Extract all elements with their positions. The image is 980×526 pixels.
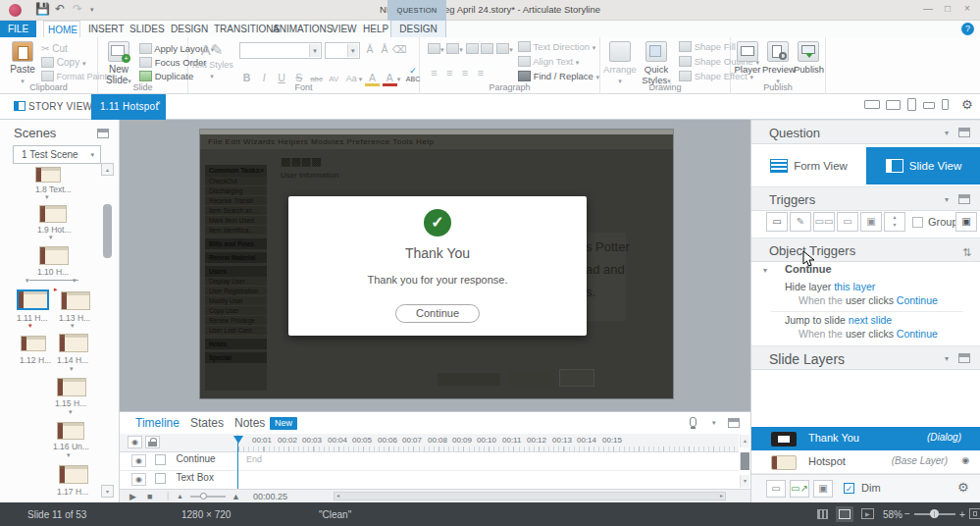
story-view-mode-icon[interactable] (817, 509, 828, 519)
scroll-left-icon[interactable]: ◂ (336, 492, 339, 499)
trigger-target-link[interactable]: next slide (849, 314, 892, 326)
timeline-track-continue[interactable]: End (238, 452, 739, 471)
timeline-track-textbox[interactable] (238, 471, 739, 490)
maximize-button[interactable]: □ (939, 3, 956, 14)
audio-mic-icon[interactable] (690, 417, 696, 427)
zoom-out-triangle-icon[interactable]: ▲ (177, 493, 183, 500)
new-layer-button[interactable]: ▭ (766, 480, 786, 498)
tab-question-design[interactable]: DESIGN (390, 21, 446, 37)
tab-home[interactable]: HOME (43, 21, 80, 37)
delete-layer-button[interactable]: ▣ (813, 480, 833, 498)
edit-trigger-button[interactable]: ✎ (790, 212, 811, 232)
slide-view-mode-active[interactable] (836, 506, 853, 522)
copy-trigger-button[interactable]: ▭▭ (813, 212, 835, 232)
delete-trigger-button[interactable]: ▣ (860, 212, 882, 232)
tab-states[interactable]: States (190, 412, 224, 434)
line-spacing-icon[interactable] (496, 43, 509, 54)
timeline-scroll-down[interactable]: ▾ (740, 475, 749, 488)
bullet-list-icon[interactable] (428, 43, 440, 54)
stop-icon[interactable]: ■ (147, 492, 152, 501)
layer-row-thank-you[interactable]: Thank You (Dialog) (751, 427, 980, 450)
slide-thumb-1-14[interactable] (59, 334, 88, 352)
trigger-hide-layer[interactable]: Hide layer this layer (785, 281, 875, 292)
collapse-caret-icon[interactable]: ▾ (945, 354, 949, 363)
reorder-trigger-button[interactable]: ▴▾ (884, 212, 905, 232)
triggers-panel-icon[interactable] (958, 194, 970, 204)
cut-button[interactable]: ✂ Cut (41, 43, 68, 54)
tab-view[interactable]: VIEW (328, 21, 361, 37)
grow-font-icon[interactable]: Ǎ (363, 43, 378, 55)
scroll-up-button[interactable]: ▴ (101, 163, 114, 176)
text-direction-button[interactable]: Text Direction ▾ (518, 41, 595, 52)
timeline-row-continue[interactable]: ◉ Continue (120, 452, 238, 471)
duplicate-layer-button[interactable]: ▭↗ (790, 480, 809, 498)
duplicate-button[interactable]: Duplicate (139, 71, 193, 81)
group-checkbox[interactable] (912, 217, 923, 228)
scenes-panel-icon[interactable] (97, 129, 109, 138)
dim-checkbox[interactable]: ✓ (844, 483, 854, 494)
align-text-button[interactable]: Align Text ▾ (518, 56, 579, 67)
slide-thumb-1-13[interactable] (61, 291, 90, 310)
font-name-combo[interactable]: ▾ (239, 42, 322, 59)
visibility-toggle-icon[interactable]: ◉ (131, 473, 146, 486)
tab-slides[interactable]: SLIDES (126, 21, 169, 37)
slide-thumb-1-17[interactable] (59, 465, 88, 484)
play-icon[interactable]: ▶ (129, 492, 136, 501)
player-button[interactable]: Player (733, 41, 762, 75)
close-tab-icon[interactable]: × (156, 90, 161, 116)
shrink-font-icon[interactable]: Å (378, 43, 392, 55)
preview-button[interactable]: Preview▾ (762, 41, 794, 85)
row-checkbox[interactable] (155, 473, 166, 484)
slide-thumb-label[interactable]: 1.16 Un... (53, 442, 89, 451)
timeline-hscrollbar[interactable]: ◂ ▸ (334, 492, 726, 500)
tab-file[interactable]: FILE (0, 21, 36, 37)
question-panel-icon[interactable] (958, 128, 970, 137)
playhead-handle[interactable] (233, 436, 243, 444)
trigger-wizard-button[interactable]: ▣ (955, 212, 977, 232)
slide-thumb-1-11-selected[interactable] (17, 289, 49, 310)
form-view-button[interactable]: Form View (751, 147, 866, 184)
trigger-hide-layer-when[interactable]: When the user clicks Continue (799, 294, 938, 306)
help-icon[interactable]: ? (961, 23, 974, 35)
timeline-ruler[interactable]: 00:01 00:02 00:03 00:04 00:05 00:06 00:0… (238, 434, 739, 452)
trigger-source-link[interactable]: Continue (897, 328, 938, 340)
paste-trigger-button[interactable]: ▭ (837, 212, 858, 232)
paste-button[interactable]: Paste▾ (4, 41, 41, 85)
slide-thumb-1-15[interactable] (57, 378, 86, 396)
laptop-preview-icon[interactable] (864, 100, 880, 109)
continue-button[interactable]: Continue (395, 304, 480, 323)
quick-styles-button[interactable]: QuickStyles▾ (640, 41, 673, 85)
dialog-title[interactable]: Thank You (288, 245, 587, 261)
timeline-vscrollbar-thumb[interactable] (740, 452, 749, 470)
scene-selector-dropdown[interactable]: 1 Test Scene ▾ (13, 145, 101, 164)
text-styles-button[interactable]: A✎ Text Styles▾ (190, 41, 233, 80)
fit-to-window-icon[interactable] (969, 508, 980, 519)
dialog-message[interactable]: Thank you for your response. (288, 274, 587, 286)
slide-thumb-label[interactable]: 1.8 Text... (35, 184, 72, 194)
slide-thumb-1-10[interactable] (39, 246, 69, 265)
scroll-right-icon[interactable]: ▸ (720, 492, 723, 499)
numbered-list-icon[interactable] (446, 43, 459, 54)
preview-mode-icon[interactable]: ▶ (861, 508, 874, 519)
tablet-portrait-preview-icon[interactable] (907, 98, 916, 111)
tab-help[interactable]: HELP (359, 21, 392, 37)
minimize-button[interactable]: — (919, 3, 937, 14)
sort-triggers-icon[interactable]: ⇅ (962, 246, 971, 259)
slide-thumb-label[interactable]: 1.17 H... (57, 487, 88, 497)
slide-thumb-label[interactable]: 1.10 H... (37, 267, 69, 277)
clear-formatting-icon[interactable]: ⌫ (392, 43, 407, 55)
tab-timeline[interactable]: Timeline (135, 412, 180, 434)
layer-settings-gear-icon[interactable]: ⚙ (957, 480, 969, 495)
tab-story-view[interactable]: STORY VIEW (14, 94, 92, 120)
collapse-caret-icon[interactable]: ▾ (945, 195, 949, 204)
find-replace-button[interactable]: Find / Replace ▾ (518, 71, 599, 81)
slide-thumb-1-16[interactable] (57, 422, 84, 440)
font-size-combo[interactable]: ▾ (325, 42, 360, 59)
success-check-circle-icon[interactable]: ✓ (424, 209, 451, 237)
slide-thumb-label[interactable]: 1.13 H... (59, 313, 90, 323)
trigger-jump-when[interactable]: When the user clicks Continue (799, 328, 938, 340)
indent-decrease-icon[interactable] (466, 43, 479, 54)
trigger-source-link[interactable]: Continue (897, 294, 938, 306)
timeline-zoom-slider-track[interactable] (190, 496, 226, 498)
monitor-preview-icon[interactable] (886, 100, 901, 110)
